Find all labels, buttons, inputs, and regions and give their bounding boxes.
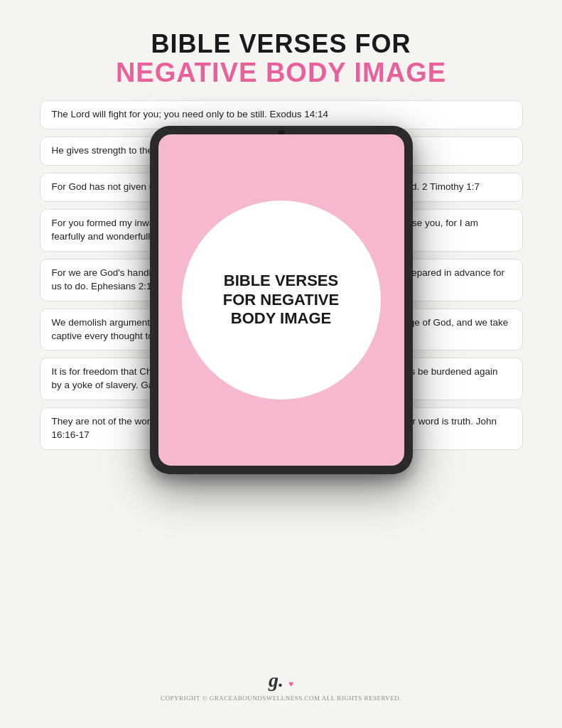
page-header: BIBLE VERSES FOR NEGATIVE BODY IMAGE [116, 30, 446, 87]
tablet-circle: BIBLE VERSES FOR NEGATIVE BODY IMAGE [182, 200, 381, 400]
footer-logo: g. ♥ [269, 669, 293, 692]
page: BIBLE VERSES FOR NEGATIVE BODY IMAGE The… [18, 16, 544, 712]
tablet-overlay: BIBLE VERSES FOR NEGATIVE BODY IMAGE [150, 126, 413, 474]
header-line1: BIBLE VERSES FOR [116, 30, 446, 58]
tablet-screen: BIBLE VERSES FOR NEGATIVE BODY IMAGE [158, 134, 404, 466]
tablet-body: BIBLE VERSES FOR NEGATIVE BODY IMAGE [150, 126, 413, 474]
tablet-title: BIBLE VERSES FOR NEGATIVE BODY IMAGE [216, 264, 346, 335]
verse-text-1: The Lord will fight for you; you need on… [52, 109, 328, 119]
heart-icon: ♥ [288, 679, 293, 689]
footer-copyright: COPYRIGHT © GRACEABOUNDSWELLNESS.COM ALL… [161, 695, 401, 702]
header-line2: NEGATIVE BODY IMAGE [116, 58, 446, 88]
footer: g. ♥ COPYRIGHT © GRACEABOUNDSWELLNESS.CO… [161, 669, 401, 702]
